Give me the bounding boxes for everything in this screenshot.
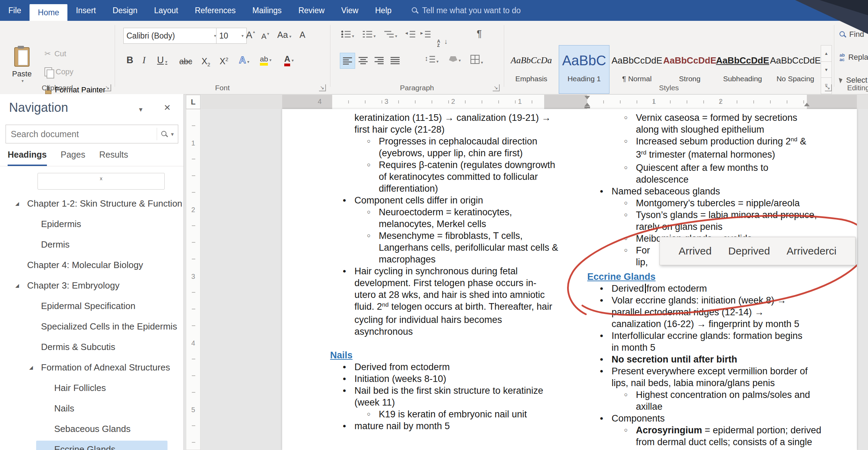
tab-results[interactable]: Results xyxy=(99,150,128,166)
borders-button[interactable]: ▾ xyxy=(470,55,483,65)
tab-layout[interactable]: Layout xyxy=(146,0,187,21)
font-size-value: 10 xyxy=(219,31,228,41)
tab-file[interactable]: File xyxy=(0,0,30,21)
nav-heading-item[interactable]: x xyxy=(0,173,183,193)
font-dialog-launcher[interactable]: ↘ xyxy=(319,84,326,91)
align-center-button[interactable] xyxy=(356,53,370,68)
expand-icon[interactable]: ◢ xyxy=(29,357,33,378)
font-size-combo[interactable]: 10 ▾ xyxy=(216,28,247,44)
tab-pages[interactable]: Pages xyxy=(61,150,85,166)
shading-button[interactable]: ▾ xyxy=(449,56,461,63)
show-paragraph-marks-button[interactable]: ¶ xyxy=(477,28,482,39)
increase-indent-button[interactable] xyxy=(421,31,431,39)
suggestion-arrivederci[interactable]: Arrivederci xyxy=(787,245,836,257)
hanging-indent-marker[interactable] xyxy=(584,103,590,106)
nav-heading-item[interactable]: Sebaceous Glands xyxy=(0,419,183,439)
copy-button[interactable]: Copy xyxy=(44,67,73,76)
nav-heading-item[interactable]: Eccrine Glands xyxy=(0,439,183,450)
nav-heading-item[interactable]: Hair Follicles xyxy=(0,378,183,398)
doc-list-item: ○Highest concentration on palms/soles an… xyxy=(587,389,830,412)
line-spacing-button[interactable]: ▾ xyxy=(425,56,439,64)
group-divider xyxy=(834,25,834,87)
nav-heading-label: Epidermal Specification xyxy=(41,301,136,311)
grow-font-button[interactable]: A xyxy=(246,30,256,41)
right-indent-marker[interactable] xyxy=(804,103,810,106)
text-effects-button[interactable]: A▾ xyxy=(239,55,249,66)
text-highlight-button[interactable]: ab▾ xyxy=(260,56,271,66)
first-line-indent-marker[interactable] xyxy=(584,96,590,99)
tab-design[interactable]: Design xyxy=(104,0,146,21)
cut-button[interactable]: ✂ Cut xyxy=(44,49,66,58)
expand-icon[interactable]: ◢ xyxy=(15,193,19,214)
subscript-button[interactable]: X2 xyxy=(202,56,210,67)
tab-references[interactable]: References xyxy=(187,0,244,21)
nav-heading-item[interactable]: Epidermis xyxy=(0,214,183,234)
doc-list-item: ○Montgomery’s tubercles = nipple/areola xyxy=(587,197,830,209)
styles-dialog-launcher[interactable]: ↘ xyxy=(825,84,832,91)
nav-heading-item[interactable]: ◢Formation of Adnexal Structures xyxy=(0,357,183,378)
word-window: File Home Insert Design Layout Reference… xyxy=(0,0,868,450)
tab-review[interactable]: Review xyxy=(290,0,333,21)
clipboard-dialog-launcher[interactable]: ↘ xyxy=(104,84,111,91)
tab-stop-selector[interactable]: L xyxy=(186,95,200,109)
doc-list-item: ○Increased sebum production during 2nd &… xyxy=(587,135,830,162)
align-center-icon xyxy=(359,57,368,64)
tab-headings[interactable]: Headings xyxy=(8,150,47,166)
suggestion-deprived[interactable]: Deprived xyxy=(728,245,770,257)
nav-heading-label: Nails xyxy=(54,403,74,414)
doc-list-item: ○K19 is keratin of embryonic nail unit xyxy=(330,408,594,420)
search-icon[interactable] xyxy=(161,131,167,137)
expand-icon[interactable]: ◢ xyxy=(15,275,19,296)
doc-list-item: ○Acrosyringium = epidermal portion; deri… xyxy=(587,424,830,450)
superscript-button[interactable]: X2 xyxy=(220,56,228,66)
tab-view[interactable]: View xyxy=(333,0,367,21)
italic-button[interactable]: I xyxy=(142,55,146,66)
nav-heading-item[interactable]: Dermis & Subcutis xyxy=(0,337,183,357)
chevron-down-icon[interactable]: ▾ xyxy=(171,131,174,138)
strikethrough-button[interactable]: abc xyxy=(179,57,192,66)
nav-heading-item[interactable]: ◢Chapter 1-2: Skin Structure & Function xyxy=(0,193,183,214)
tab-home[interactable]: Home xyxy=(30,4,67,21)
shrink-font-button[interactable]: A xyxy=(261,32,270,41)
bold-button[interactable]: B xyxy=(126,55,133,66)
doc-list-item: ●Components xyxy=(587,412,830,424)
tab-help[interactable]: Help xyxy=(367,0,400,21)
tab-insert[interactable]: Insert xyxy=(67,0,104,21)
nav-heading-item[interactable]: Epidermal Specification xyxy=(0,296,183,316)
document-page[interactable]: keratinization (11-15) → canalization (1… xyxy=(282,109,857,450)
gallery-down-icon[interactable]: ▼ xyxy=(821,62,832,78)
replace-button[interactable]: abac Replace xyxy=(840,53,868,62)
nav-heading-item[interactable]: Specialized Cells in the Epidermis xyxy=(0,316,183,337)
justify-button[interactable] xyxy=(388,53,402,68)
font-color-button[interactable]: A▾ xyxy=(284,55,294,66)
nav-heading-item[interactable]: Nails xyxy=(0,398,183,419)
align-left-button[interactable] xyxy=(340,53,355,69)
search-input[interactable] xyxy=(6,129,157,139)
navigation-options-dropdown[interactable]: ▾ xyxy=(139,105,142,114)
sort-button[interactable]: AZ xyxy=(437,39,448,48)
multilevel-list-button[interactable]: ▾ xyxy=(384,31,397,39)
gallery-up-icon[interactable]: ▲ xyxy=(821,45,832,62)
align-right-button[interactable] xyxy=(372,53,386,68)
bullet-list-button[interactable]: ▾ xyxy=(341,31,354,39)
paragraph-dialog-launcher[interactable]: ↘ xyxy=(493,84,500,91)
font-family-combo[interactable]: Calibri (Body) ▾ xyxy=(123,28,219,44)
nav-heading-item[interactable]: ◢Chapter 3: Embryology xyxy=(0,275,183,296)
corner-overlay-graphic xyxy=(792,0,868,34)
select-cursor-icon xyxy=(839,77,843,83)
suggestion-arrived[interactable]: Arrived xyxy=(679,245,712,257)
decrease-indent-button[interactable] xyxy=(406,31,415,39)
tell-me-box[interactable]: Tell me what you want to do xyxy=(412,0,521,21)
replace-icon: abac xyxy=(840,53,845,62)
ruler-number: 2 xyxy=(719,98,722,106)
tab-mailings[interactable]: Mailings xyxy=(244,0,290,21)
doc-list-item: ○Tyson’s glands = labia minora and prepu… xyxy=(587,209,830,233)
change-case-button[interactable]: Aa▾ xyxy=(277,30,292,40)
underline-button[interactable]: U▾ xyxy=(157,55,167,66)
nav-heading-item[interactable]: Chapter 4: Molecular Biology xyxy=(0,255,183,275)
close-icon[interactable]: × xyxy=(164,101,171,114)
numbered-list-button[interactable]: ▾ xyxy=(363,31,376,39)
left-indent-marker[interactable] xyxy=(584,107,590,108)
ruler-number: 3 xyxy=(384,98,388,106)
nav-heading-item[interactable]: Dermis xyxy=(0,234,183,255)
